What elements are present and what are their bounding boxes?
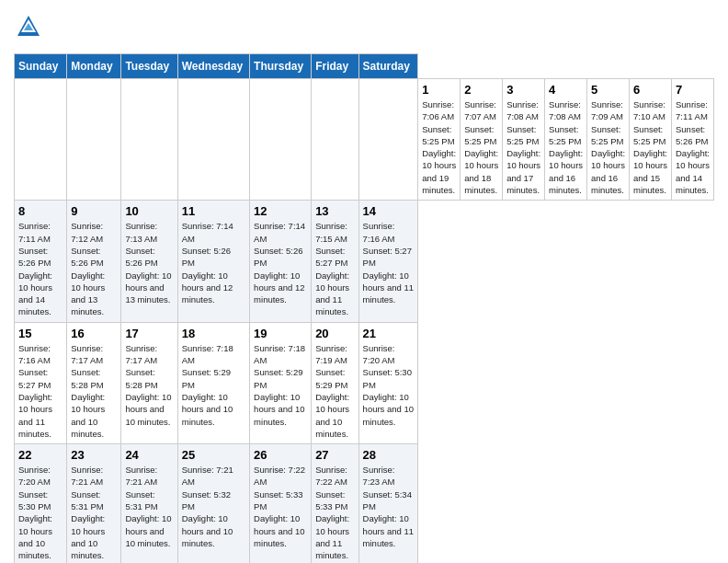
calendar-cell: 13Sunrise: 7:15 AMSunset: 5:27 PMDayligh… [312, 201, 358, 322]
day-info: Sunrise: 7:23 AMSunset: 5:34 PMDaylight:… [363, 464, 415, 549]
day-info: Sunrise: 7:10 AMSunset: 5:25 PMDaylight:… [633, 98, 667, 196]
day-number: 8 [18, 204, 63, 218]
day-info: Sunrise: 7:08 AMSunset: 5:25 PMDaylight:… [549, 98, 583, 196]
logo [14, 14, 41, 44]
day-info: Sunrise: 7:21 AMSunset: 5:31 PMDaylight:… [71, 464, 117, 561]
calendar-cell [312, 79, 358, 201]
week-row-3: 15Sunrise: 7:16 AMSunset: 5:27 PMDayligh… [15, 322, 714, 443]
day-info: Sunrise: 7:07 AMSunset: 5:25 PMDaylight:… [464, 98, 498, 196]
day-number: 3 [506, 83, 540, 97]
day-number: 23 [71, 448, 117, 462]
day-info: Sunrise: 7:14 AMSunset: 5:26 PMDaylight:… [254, 220, 307, 305]
day-number: 26 [254, 448, 307, 462]
calendar-cell: 14Sunrise: 7:16 AMSunset: 5:27 PMDayligh… [358, 201, 418, 322]
day-number: 24 [125, 448, 173, 462]
day-number: 13 [315, 204, 354, 218]
day-number: 14 [363, 204, 415, 218]
day-number: 7 [676, 83, 710, 97]
day-info: Sunrise: 7:20 AMSunset: 5:30 PMDaylight:… [18, 464, 63, 561]
calendar-cell: 8Sunrise: 7:11 AMSunset: 5:26 PMDaylight… [15, 201, 67, 322]
day-number: 17 [125, 327, 173, 340]
calendar-cell: 15Sunrise: 7:16 AMSunset: 5:27 PMDayligh… [15, 322, 67, 443]
day-number: 27 [315, 448, 354, 462]
calendar-cell: 21Sunrise: 7:20 AMSunset: 5:30 PMDayligh… [358, 322, 418, 443]
day-number: 9 [71, 204, 117, 218]
calendar-cell [67, 79, 121, 201]
calendar-cell: 22Sunrise: 7:20 AMSunset: 5:30 PMDayligh… [15, 444, 67, 563]
day-info: Sunrise: 7:18 AMSunset: 5:29 PMDaylight:… [254, 342, 307, 428]
day-number: 20 [315, 327, 354, 340]
day-number: 22 [18, 448, 63, 462]
day-info: Sunrise: 7:19 AMSunset: 5:29 PMDaylight:… [315, 342, 354, 440]
calendar-cell: 25Sunrise: 7:21 AMSunset: 5:32 PMDayligh… [177, 444, 249, 563]
calendar-cell: 10Sunrise: 7:13 AMSunset: 5:26 PMDayligh… [121, 201, 177, 322]
header-cell-saturday: Saturday [358, 54, 418, 79]
day-info: Sunrise: 7:11 AMSunset: 5:26 PMDaylight:… [18, 220, 63, 317]
day-number: 16 [71, 327, 117, 340]
calendar-cell: 4Sunrise: 7:08 AMSunset: 5:25 PMDaylight… [545, 79, 587, 201]
day-info: Sunrise: 7:21 AMSunset: 5:32 PMDaylight:… [182, 464, 245, 549]
logo-icon [16, 14, 41, 40]
day-number: 5 [591, 83, 625, 97]
calendar-table: SundayMondayTuesdayWednesdayThursdayFrid… [14, 53, 714, 563]
day-number: 2 [464, 83, 498, 97]
week-row-1: 1Sunrise: 7:06 AMSunset: 5:25 PMDaylight… [15, 79, 714, 201]
calendar-cell: 27Sunrise: 7:22 AMSunset: 5:33 PMDayligh… [312, 444, 358, 563]
calendar-cell: 19Sunrise: 7:18 AMSunset: 5:29 PMDayligh… [250, 322, 312, 443]
day-info: Sunrise: 7:17 AMSunset: 5:28 PMDaylight:… [71, 342, 117, 440]
day-number: 4 [549, 83, 583, 97]
calendar-cell: 3Sunrise: 7:08 AMSunset: 5:25 PMDaylight… [503, 79, 545, 201]
calendar-cell: 24Sunrise: 7:21 AMSunset: 5:31 PMDayligh… [121, 444, 177, 563]
day-number: 21 [363, 327, 415, 340]
day-number: 18 [182, 327, 245, 340]
week-row-4: 22Sunrise: 7:20 AMSunset: 5:30 PMDayligh… [15, 444, 714, 563]
day-number: 12 [254, 204, 307, 218]
day-info: Sunrise: 7:22 AMSunset: 5:33 PMDaylight:… [254, 464, 307, 549]
calendar-cell: 2Sunrise: 7:07 AMSunset: 5:25 PMDaylight… [461, 79, 503, 201]
day-info: Sunrise: 7:15 AMSunset: 5:27 PMDaylight:… [315, 220, 354, 317]
calendar-cell: 17Sunrise: 7:17 AMSunset: 5:28 PMDayligh… [121, 322, 177, 443]
calendar-cell: 18Sunrise: 7:18 AMSunset: 5:29 PMDayligh… [177, 322, 249, 443]
day-number: 10 [125, 204, 173, 218]
day-number: 6 [633, 83, 667, 97]
calendar-cell [15, 79, 67, 201]
calendar-cell: 26Sunrise: 7:22 AMSunset: 5:33 PMDayligh… [250, 444, 312, 563]
calendar-cell: 1Sunrise: 7:06 AMSunset: 5:25 PMDaylight… [418, 79, 461, 201]
day-info: Sunrise: 7:08 AMSunset: 5:25 PMDaylight:… [506, 98, 540, 196]
header-row: SundayMondayTuesdayWednesdayThursdayFrid… [15, 54, 714, 79]
calendar-cell: 28Sunrise: 7:23 AMSunset: 5:34 PMDayligh… [358, 444, 418, 563]
calendar-cell: 20Sunrise: 7:19 AMSunset: 5:29 PMDayligh… [312, 322, 358, 443]
header-cell-friday: Friday [312, 54, 358, 79]
calendar-cell: 23Sunrise: 7:21 AMSunset: 5:31 PMDayligh… [67, 444, 121, 563]
day-info: Sunrise: 7:17 AMSunset: 5:28 PMDaylight:… [125, 342, 173, 428]
day-info: Sunrise: 7:16 AMSunset: 5:27 PMDaylight:… [363, 220, 415, 305]
day-info: Sunrise: 7:09 AMSunset: 5:25 PMDaylight:… [591, 98, 625, 196]
calendar-cell: 11Sunrise: 7:14 AMSunset: 5:26 PMDayligh… [177, 201, 249, 322]
day-number: 15 [18, 327, 63, 340]
calendar-cell: 5Sunrise: 7:09 AMSunset: 5:25 PMDaylight… [587, 79, 630, 201]
day-info: Sunrise: 7:22 AMSunset: 5:33 PMDaylight:… [315, 464, 354, 561]
calendar-cell: 12Sunrise: 7:14 AMSunset: 5:26 PMDayligh… [250, 201, 312, 322]
day-number: 19 [254, 327, 307, 340]
header-cell-sunday: Sunday [15, 54, 67, 79]
calendar-cell: 9Sunrise: 7:12 AMSunset: 5:26 PMDaylight… [67, 201, 121, 322]
week-row-2: 8Sunrise: 7:11 AMSunset: 5:26 PMDaylight… [15, 201, 714, 322]
day-info: Sunrise: 7:16 AMSunset: 5:27 PMDaylight:… [18, 342, 63, 440]
day-info: Sunrise: 7:14 AMSunset: 5:26 PMDaylight:… [182, 220, 245, 305]
calendar-cell [121, 79, 177, 201]
calendar-cell: 16Sunrise: 7:17 AMSunset: 5:28 PMDayligh… [67, 322, 121, 443]
calendar-cell: 6Sunrise: 7:10 AMSunset: 5:25 PMDaylight… [630, 79, 672, 201]
day-info: Sunrise: 7:12 AMSunset: 5:26 PMDaylight:… [71, 220, 117, 317]
calendar-cell [177, 79, 249, 201]
day-info: Sunrise: 7:20 AMSunset: 5:30 PMDaylight:… [363, 342, 415, 428]
day-number: 11 [182, 204, 245, 218]
day-info: Sunrise: 7:13 AMSunset: 5:26 PMDaylight:… [125, 220, 173, 305]
day-number: 28 [363, 448, 415, 462]
calendar-cell [358, 79, 418, 201]
day-info: Sunrise: 7:06 AMSunset: 5:25 PMDaylight:… [422, 98, 456, 196]
day-number: 25 [182, 448, 245, 462]
header-cell-wednesday: Wednesday [177, 54, 249, 79]
header-cell-tuesday: Tuesday [121, 54, 177, 79]
header [14, 14, 714, 44]
day-number: 1 [422, 83, 456, 97]
